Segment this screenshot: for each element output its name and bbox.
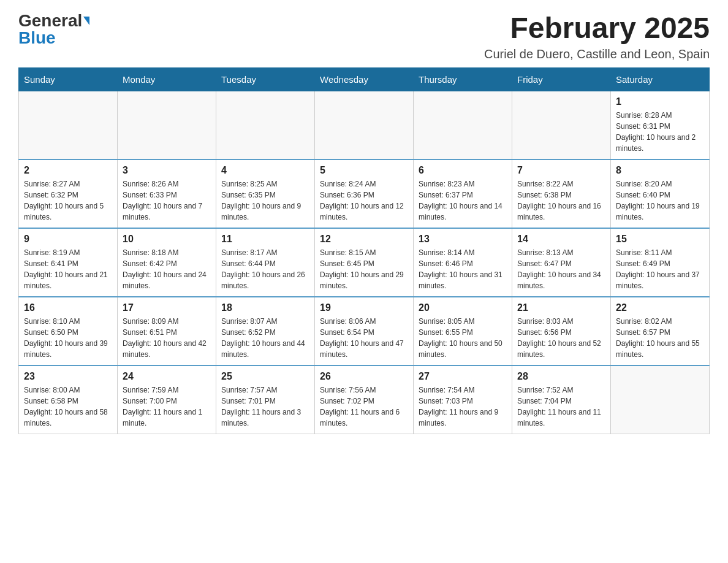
day-number: 12 [320,234,408,245]
calendar-cell: 13Sunrise: 8:14 AM Sunset: 6:46 PM Dayli… [414,228,512,297]
day-info: Sunrise: 7:52 AM Sunset: 7:04 PM Dayligh… [517,385,605,429]
calendar-cell: 24Sunrise: 7:59 AM Sunset: 7:00 PM Dayli… [118,366,216,434]
calendar-cell: 4Sunrise: 8:25 AM Sunset: 6:35 PM Daylig… [216,159,315,228]
calendar-cell [414,91,512,159]
day-number: 13 [419,234,507,245]
weekday-header-row: SundayMondayTuesdayWednesdayThursdayFrid… [19,67,710,91]
calendar-cell: 10Sunrise: 8:18 AM Sunset: 6:42 PM Dayli… [118,228,216,297]
page-header: General Blue February 2025 Curiel de Due… [18,12,710,61]
day-info: Sunrise: 7:57 AM Sunset: 7:01 PM Dayligh… [221,385,309,429]
week-row-3: 9Sunrise: 8:19 AM Sunset: 6:41 PM Daylig… [19,228,710,297]
day-number: 2 [24,165,112,176]
day-number: 22 [616,302,704,313]
calendar-cell: 25Sunrise: 7:57 AM Sunset: 7:01 PM Dayli… [216,366,315,434]
calendar-cell: 8Sunrise: 8:20 AM Sunset: 6:40 PM Daylig… [611,159,710,228]
day-number: 14 [517,234,605,245]
calendar-cell: 27Sunrise: 7:54 AM Sunset: 7:03 PM Dayli… [414,366,512,434]
day-info: Sunrise: 7:59 AM Sunset: 7:00 PM Dayligh… [123,385,211,429]
day-info: Sunrise: 8:27 AM Sunset: 6:32 PM Dayligh… [24,178,112,223]
calendar-cell [118,91,216,159]
calendar-cell: 2Sunrise: 8:27 AM Sunset: 6:32 PM Daylig… [19,159,118,228]
day-number: 20 [419,302,507,313]
calendar-cell: 15Sunrise: 8:11 AM Sunset: 6:49 PM Dayli… [611,228,710,297]
day-info: Sunrise: 8:06 AM Sunset: 6:54 PM Dayligh… [320,316,408,360]
location-subtitle: Curiel de Duero, Castille and Leon, Spai… [484,47,710,61]
weekday-header-thursday: Thursday [414,67,512,91]
weekday-header-tuesday: Tuesday [216,67,315,91]
calendar-cell: 26Sunrise: 7:56 AM Sunset: 7:02 PM Dayli… [315,366,414,434]
day-info: Sunrise: 8:09 AM Sunset: 6:51 PM Dayligh… [123,316,211,360]
calendar-cell: 3Sunrise: 8:26 AM Sunset: 6:33 PM Daylig… [118,159,216,228]
day-number: 17 [123,302,211,313]
day-number: 21 [517,302,605,313]
day-number: 4 [221,165,309,176]
day-info: Sunrise: 8:18 AM Sunset: 6:42 PM Dayligh… [123,247,211,291]
day-info: Sunrise: 8:25 AM Sunset: 6:35 PM Dayligh… [221,178,309,223]
weekday-header-friday: Friday [512,67,611,91]
logo-general-text: General [18,12,82,29]
calendar-cell: 9Sunrise: 8:19 AM Sunset: 6:41 PM Daylig… [19,228,118,297]
day-info: Sunrise: 7:56 AM Sunset: 7:02 PM Dayligh… [320,385,408,429]
calendar-cell: 18Sunrise: 8:07 AM Sunset: 6:52 PM Dayli… [216,297,315,366]
day-number: 10 [123,234,211,245]
calendar-cell: 17Sunrise: 8:09 AM Sunset: 6:51 PM Dayli… [118,297,216,366]
day-info: Sunrise: 7:54 AM Sunset: 7:03 PM Dayligh… [419,385,507,429]
day-info: Sunrise: 8:17 AM Sunset: 6:44 PM Dayligh… [221,247,309,291]
calendar-cell: 1Sunrise: 8:28 AM Sunset: 6:31 PM Daylig… [611,91,710,159]
calendar-cell: 11Sunrise: 8:17 AM Sunset: 6:44 PM Dayli… [216,228,315,297]
weekday-header-wednesday: Wednesday [315,67,414,91]
day-info: Sunrise: 8:15 AM Sunset: 6:45 PM Dayligh… [320,247,408,291]
day-info: Sunrise: 8:03 AM Sunset: 6:56 PM Dayligh… [517,316,605,360]
day-number: 15 [616,234,704,245]
day-number: 18 [221,302,309,313]
day-number: 19 [320,302,408,313]
day-number: 26 [320,371,408,382]
day-number: 5 [320,165,408,176]
day-info: Sunrise: 8:13 AM Sunset: 6:47 PM Dayligh… [517,247,605,291]
day-number: 11 [221,234,309,245]
day-number: 7 [517,165,605,176]
week-row-1: 1Sunrise: 8:28 AM Sunset: 6:31 PM Daylig… [19,91,710,159]
calendar-cell: 21Sunrise: 8:03 AM Sunset: 6:56 PM Dayli… [512,297,611,366]
day-info: Sunrise: 8:02 AM Sunset: 6:57 PM Dayligh… [616,316,704,360]
day-info: Sunrise: 8:23 AM Sunset: 6:37 PM Dayligh… [419,178,507,223]
day-info: Sunrise: 8:26 AM Sunset: 6:33 PM Dayligh… [123,178,211,223]
calendar-cell [611,366,710,434]
logo-arrow-icon [83,17,89,25]
calendar-cell: 16Sunrise: 8:10 AM Sunset: 6:50 PM Dayli… [19,297,118,366]
day-number: 8 [616,165,704,176]
month-title: February 2025 [484,12,710,45]
calendar-cell: 5Sunrise: 8:24 AM Sunset: 6:36 PM Daylig… [315,159,414,228]
day-info: Sunrise: 8:14 AM Sunset: 6:46 PM Dayligh… [419,247,507,291]
day-number: 1 [616,96,704,107]
day-number: 23 [24,371,112,382]
day-number: 9 [24,234,112,245]
day-info: Sunrise: 8:00 AM Sunset: 6:58 PM Dayligh… [24,385,112,429]
calendar-table: SundayMondayTuesdayWednesdayThursdayFrid… [18,67,710,434]
day-number: 25 [221,371,309,382]
day-info: Sunrise: 8:07 AM Sunset: 6:52 PM Dayligh… [221,316,309,360]
calendar-cell: 19Sunrise: 8:06 AM Sunset: 6:54 PM Dayli… [315,297,414,366]
logo-blue-text: Blue [18,29,56,47]
week-row-4: 16Sunrise: 8:10 AM Sunset: 6:50 PM Dayli… [19,297,710,366]
calendar-cell [512,91,611,159]
day-number: 24 [123,371,211,382]
day-info: Sunrise: 8:10 AM Sunset: 6:50 PM Dayligh… [24,316,112,360]
weekday-header-monday: Monday [118,67,216,91]
day-info: Sunrise: 8:11 AM Sunset: 6:49 PM Dayligh… [616,247,704,291]
calendar-cell: 14Sunrise: 8:13 AM Sunset: 6:47 PM Dayli… [512,228,611,297]
day-number: 16 [24,302,112,313]
day-number: 28 [517,371,605,382]
day-number: 27 [419,371,507,382]
calendar-cell: 12Sunrise: 8:15 AM Sunset: 6:45 PM Dayli… [315,228,414,297]
calendar-cell: 28Sunrise: 7:52 AM Sunset: 7:04 PM Dayli… [512,366,611,434]
day-number: 3 [123,165,211,176]
calendar-cell: 22Sunrise: 8:02 AM Sunset: 6:57 PM Dayli… [611,297,710,366]
calendar-cell: 23Sunrise: 8:00 AM Sunset: 6:58 PM Dayli… [19,366,118,434]
calendar-cell: 6Sunrise: 8:23 AM Sunset: 6:37 PM Daylig… [414,159,512,228]
calendar-cell: 7Sunrise: 8:22 AM Sunset: 6:38 PM Daylig… [512,159,611,228]
day-info: Sunrise: 8:05 AM Sunset: 6:55 PM Dayligh… [419,316,507,360]
day-info: Sunrise: 8:19 AM Sunset: 6:41 PM Dayligh… [24,247,112,291]
weekday-header-saturday: Saturday [611,67,710,91]
weekday-header-sunday: Sunday [19,67,118,91]
